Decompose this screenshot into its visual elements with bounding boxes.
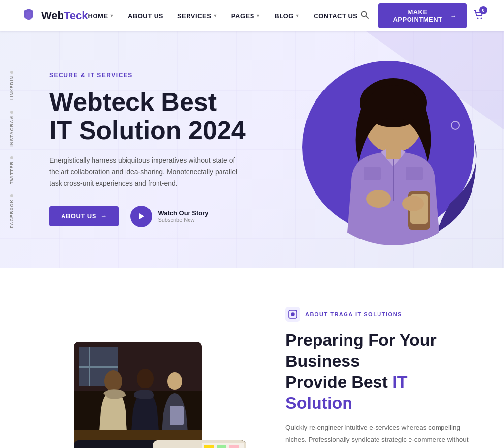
hero-subtitle: SECURE & IT SERVICES <box>49 72 246 79</box>
main-nav: HOME ▼ ABOUT US SERVICES ▼ PAGES ▼ BLOG … <box>88 12 358 20</box>
header: WebTeck HOME ▼ ABOUT US SERVICES ▼ PAGES… <box>0 0 504 31</box>
nav-home-arrow: ▼ <box>110 13 114 18</box>
svg-rect-42 <box>229 445 239 448</box>
about-description: Quickly re-engineer intuitive e-services… <box>285 422 474 448</box>
hero-actions: ABOUT US → Watch Our Story Subscribe Now <box>49 206 246 227</box>
nav-pages-arrow: ▼ <box>256 13 260 18</box>
nav-contact[interactable]: CONTACT US <box>314 12 357 20</box>
nav-blog[interactable]: BLOG ▼ <box>274 12 300 20</box>
about-title: Preparing For Your Business Provide Best… <box>285 329 474 413</box>
meeting-photo-1 <box>74 342 202 445</box>
arrow-icon: → <box>450 12 457 20</box>
about-label-icon <box>285 307 300 322</box>
social-sidebar: LINKEDIN INSTAGRAM TWITTER FACEBOOK <box>0 31 24 268</box>
svg-line-1 <box>366 16 368 19</box>
cart-button[interactable]: 0 <box>473 9 484 23</box>
svg-rect-25 <box>170 406 184 425</box>
appointment-button[interactable]: MAKE APPOINTMENT → <box>378 3 467 28</box>
about-label-text: ABOUT TRAGA IT SOLUTIONS <box>305 311 402 317</box>
cart-badge: 0 <box>479 6 487 14</box>
hero-title: Webteck Best IT Solution 2024 <box>49 88 246 145</box>
hero-section: LINKEDIN INSTAGRAM TWITTER FACEBOOK SECU… <box>0 31 504 268</box>
about-content: ABOUT TRAGA IT SOLUTIONS Preparing For Y… <box>285 307 474 448</box>
arrow-right-icon: → <box>100 212 107 220</box>
play-button[interactable] <box>130 206 152 227</box>
logo-text: WebTeck <box>41 9 88 22</box>
logo[interactable]: WebTeck <box>20 7 88 25</box>
about-images <box>30 342 246 448</box>
watch-story-button[interactable]: Watch Our Story Subscribe Now <box>130 206 208 227</box>
nav-services[interactable]: SERVICES ▼ <box>177 12 218 20</box>
social-dot <box>10 156 13 159</box>
svg-point-22 <box>104 370 122 392</box>
header-actions: MAKE APPOINTMENT → 0 <box>358 3 484 28</box>
svg-rect-21 <box>79 366 118 368</box>
social-dot <box>10 111 13 114</box>
watch-story-text: Watch Our Story Subscribe Now <box>158 209 208 223</box>
about-us-button[interactable]: ABOUT US → <box>49 206 119 226</box>
meeting-photo-3 <box>153 440 246 448</box>
social-linkedin[interactable]: LINKEDIN <box>9 71 14 101</box>
social-instagram[interactable]: INSTAGRAM <box>9 111 14 147</box>
nav-about[interactable]: ABOUT US <box>128 12 163 20</box>
nav-home[interactable]: HOME ▼ <box>88 12 114 20</box>
svg-marker-5 <box>139 213 144 219</box>
svg-point-3 <box>481 17 482 19</box>
social-dot <box>10 71 13 74</box>
nav-pages[interactable]: PAGES ▼ <box>231 12 260 20</box>
svg-rect-40 <box>204 445 214 448</box>
svg-point-2 <box>477 17 479 19</box>
about-label-row: ABOUT TRAGA IT SOLUTIONS <box>285 307 474 322</box>
svg-point-23 <box>137 369 154 388</box>
hero-content: SECURE & IT SERVICES Webteck Best IT Sol… <box>0 31 504 268</box>
nav-services-arrow: ▼ <box>213 13 217 18</box>
svg-rect-54 <box>291 313 294 316</box>
hero-description: Energistically harness ubiquitous impera… <box>49 155 246 190</box>
social-dot <box>10 194 13 197</box>
social-twitter[interactable]: TWITTER <box>9 156 14 184</box>
search-button[interactable] <box>358 8 372 24</box>
social-facebook[interactable]: FACEBOOK <box>9 194 14 228</box>
hero-text-block: SECURE & IT SERVICES Webteck Best IT Sol… <box>49 72 246 227</box>
about-section: ABOUT TRAGA IT SOLUTIONS Preparing For Y… <box>0 268 504 448</box>
about-image-small <box>153 440 246 448</box>
about-image-main <box>74 342 202 445</box>
svg-point-24 <box>167 372 182 390</box>
svg-rect-41 <box>217 445 226 448</box>
nav-blog-arrow: ▼ <box>295 13 300 18</box>
